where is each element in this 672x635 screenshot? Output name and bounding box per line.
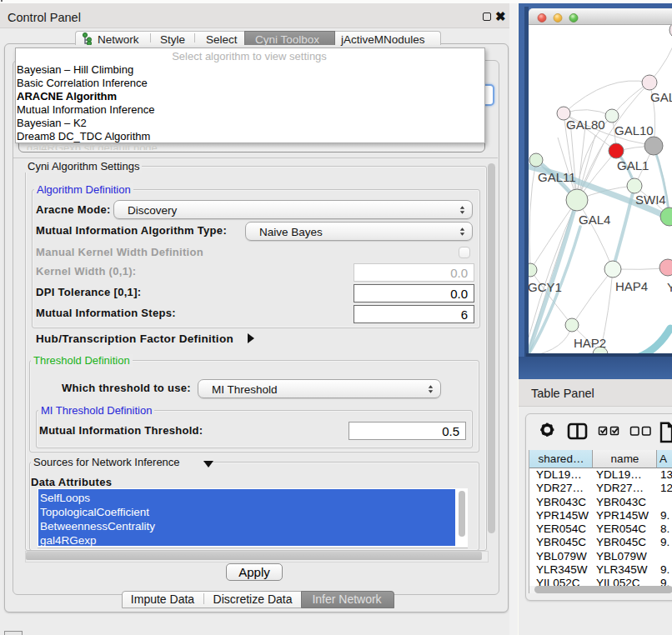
- svg-text:GCY1: GCY1: [529, 280, 562, 294]
- svg-text:SWI4: SWI4: [635, 192, 666, 207]
- svg-text:GAL7: GAL7: [650, 90, 672, 104]
- svg-text:GAL4: GAL4: [579, 212, 610, 227]
- svg-text:HAP4: HAP4: [615, 279, 648, 293]
- svg-text:GAL1: GAL1: [617, 158, 649, 172]
- svg-text:GAL80: GAL80: [566, 118, 605, 132]
- svg-text:GAL11: GAL11: [538, 170, 576, 184]
- svg-text:Y: Y: [667, 280, 672, 294]
- svg-text:GAL10: GAL10: [614, 123, 654, 138]
- svg-text:HAP2: HAP2: [574, 336, 606, 350]
